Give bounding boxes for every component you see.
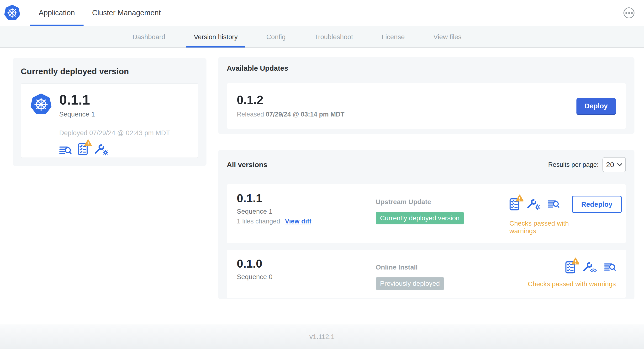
version-source-label: Upstream Update: [376, 198, 510, 206]
subtab-troubleshoot[interactable]: Troubleshoot: [300, 26, 367, 48]
update-released-line: Released 07/29/24 @ 03:14 pm MDT: [237, 111, 344, 118]
config-icon[interactable]: [94, 144, 108, 156]
released-timestamp: 07/29/24 @ 03:14 pm MDT: [266, 111, 344, 118]
config-icon[interactable]: [526, 199, 540, 210]
available-updates-title: Available Updates: [227, 64, 626, 72]
top-navigation: Application Cluster Management: [0, 0, 644, 26]
subtab-license[interactable]: License: [367, 26, 419, 48]
results-per-page-select[interactable]: 20: [602, 157, 626, 172]
released-label: Released: [237, 111, 264, 118]
kubernetes-logo: [4, 0, 20, 26]
subtab-dashboard[interactable]: Dashboard: [118, 26, 180, 48]
warning-icon: [572, 257, 580, 265]
row-version-number: 0.1.1: [237, 192, 376, 204]
deployed-version-number: 0.1.1: [59, 92, 170, 107]
app-sub-navigation: Dashboard Version history Config Trouble…: [0, 26, 644, 48]
kubernetes-app-icon: [30, 94, 52, 115]
currently-deployed-card: Currently deployed version 0.1.1 Sequenc…: [13, 58, 206, 166]
row-sequence: Sequence 1: [237, 208, 376, 215]
files-changed-text: 1 files changed: [237, 218, 280, 225]
row-version-number: 0.1.0: [237, 258, 376, 270]
update-version-number: 0.1.2: [237, 94, 344, 106]
currently-deployed-badge: Currently deployed version: [376, 212, 464, 224]
deploy-button[interactable]: Deploy: [576, 98, 616, 114]
redeploy-button[interactable]: Redeploy: [572, 196, 622, 213]
all-versions-title: All versions: [227, 161, 267, 169]
available-updates-card: Available Updates 0.1.2 Released 07/29/2…: [218, 57, 634, 134]
diff-icon[interactable]: [548, 200, 560, 209]
deployed-timestamp: Deployed 07/29/24 @ 02:43 pm MDT: [59, 129, 170, 137]
previously-deployed-badge: Previously deployed: [376, 278, 444, 290]
version-row-0-1-0: 0.1.0 Sequence 0 Online Install Previous…: [227, 250, 626, 298]
subtab-config[interactable]: Config: [252, 26, 300, 48]
deployed-sequence: Sequence 1: [59, 110, 170, 118]
tab-application[interactable]: Application: [30, 0, 84, 26]
diff-icon[interactable]: [604, 263, 616, 272]
results-per-page-label: Results per page:: [548, 161, 599, 168]
tab-cluster-management[interactable]: Cluster Management: [84, 0, 170, 26]
diff-icon[interactable]: [59, 146, 72, 156]
ellipsis-icon: [626, 12, 627, 14]
tab-application-label: Application: [39, 8, 75, 17]
console-version: v1.112.1: [309, 333, 334, 341]
all-versions-card: All versions Results per page: 20 0.1.1 …: [218, 150, 634, 299]
version-history-page: Currently deployed version 0.1.1 Sequenc…: [0, 48, 644, 349]
subtab-view-files[interactable]: View files: [419, 26, 476, 48]
overflow-menu-button[interactable]: [624, 8, 634, 18]
deployed-version-card: 0.1.1 Sequence 1 Deployed 07/29/24 @ 02:…: [21, 83, 198, 158]
version-row-0-1-1: 0.1.1 Sequence 1 1 files changed View di…: [227, 184, 626, 243]
checks-status-link[interactable]: Checks passed with warnings: [528, 280, 616, 288]
version-source-label: Online Install: [376, 264, 510, 271]
tab-cluster-management-label: Cluster Management: [92, 8, 161, 17]
preflight-checks-icon[interactable]: [78, 143, 88, 156]
warning-icon: [84, 139, 92, 147]
preflight-checks-icon[interactable]: [565, 261, 575, 274]
warning-icon: [516, 194, 524, 202]
checks-status-link[interactable]: Checks passed with warnings: [510, 220, 575, 235]
preflight-checks-icon[interactable]: [510, 198, 520, 210]
app-footer: v1.112.1: [0, 324, 644, 349]
subtab-version-history[interactable]: Version history: [180, 26, 252, 48]
update-row: 0.1.2 Released 07/29/24 @ 03:14 pm MDT D…: [227, 83, 626, 129]
currently-deployed-title: Currently deployed version: [21, 66, 198, 76]
row-sequence: Sequence 0: [237, 273, 376, 281]
view-diff-link[interactable]: View diff: [285, 218, 312, 225]
results-per-page-value: 20: [606, 161, 614, 169]
chevron-down-icon: [617, 163, 622, 166]
view-config-icon[interactable]: [582, 262, 597, 273]
